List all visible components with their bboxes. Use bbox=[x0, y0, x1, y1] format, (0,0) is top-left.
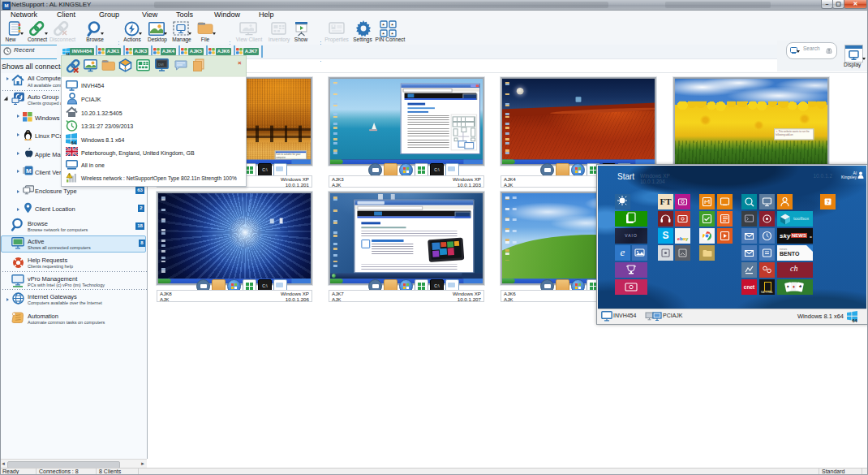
svg-text:!: ! bbox=[68, 173, 69, 178]
svg-text:M: M bbox=[26, 167, 32, 175]
svg-text:?: ? bbox=[827, 199, 830, 205]
svg-text:64: 64 bbox=[853, 318, 858, 323]
svg-text:64: 64 bbox=[71, 140, 77, 145]
svg-text:*: * bbox=[391, 22, 393, 29]
svg-text:DVI: DVI bbox=[158, 63, 164, 67]
svg-text:♦: ♦ bbox=[793, 284, 795, 289]
svg-text:*: * bbox=[382, 22, 385, 29]
